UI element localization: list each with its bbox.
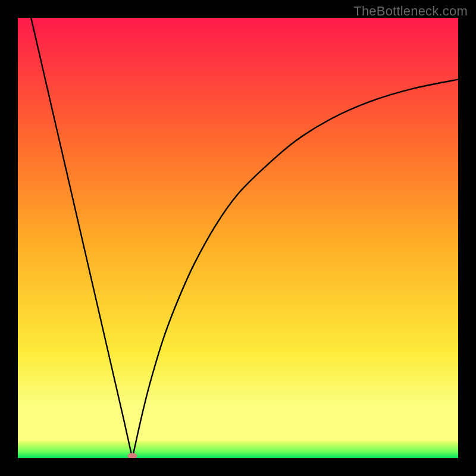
gradient-background (18, 18, 458, 458)
watermark-text: TheBottleneck.com (353, 4, 468, 19)
chart-frame (18, 18, 458, 458)
chart-svg (18, 18, 458, 458)
